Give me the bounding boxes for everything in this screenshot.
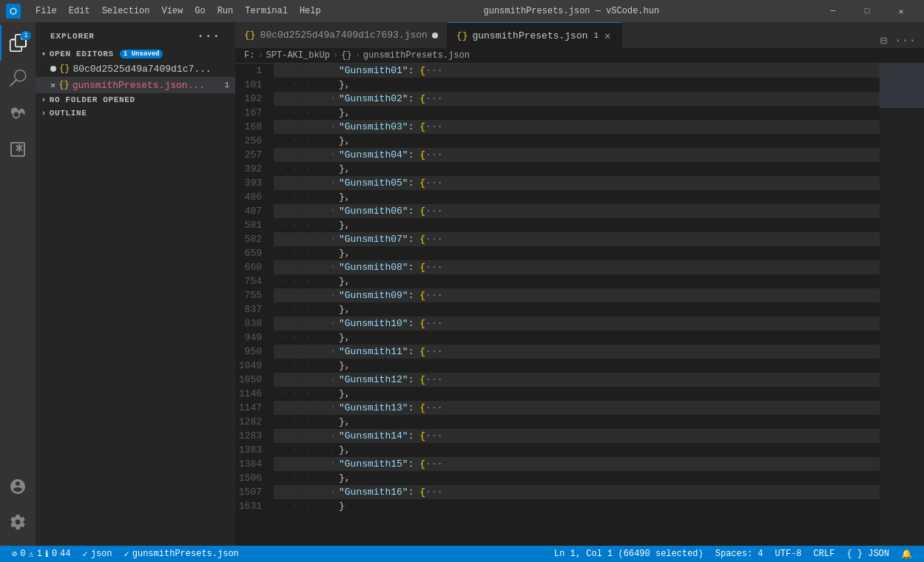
menu-go[interactable]: Go <box>189 4 211 18</box>
status-spaces[interactable]: Spaces: 4 <box>709 546 769 562</box>
breadcrumb-part-3[interactable]: gunsmithPresets.json <box>363 50 470 61</box>
minimize-button[interactable]: ─ <box>816 0 850 22</box>
menu-run[interactable]: Run <box>212 4 240 18</box>
fold-arrow-6[interactable]: › <box>327 149 339 161</box>
status-ln-col[interactable]: Ln 1, Col 1 (66490 selected) <box>548 546 709 562</box>
fold-arrow-10[interactable]: › <box>327 206 339 217</box>
fold-arrow-27[interactable] <box>327 444 339 456</box>
code-line-19[interactable]: · · · · · ·}, <box>274 331 880 345</box>
no-folder-section[interactable]: › No Folder Opened <box>36 93 235 106</box>
code-line-13[interactable]: · · · · · ·}, <box>274 246 880 260</box>
fold-arrow-29[interactable] <box>327 473 339 484</box>
code-content[interactable]: · · · · · ·"Gunsmith01": {···· · · · · ·… <box>274 64 880 546</box>
outline-section[interactable]: › Outline <box>36 106 235 120</box>
breadcrumb-part-1[interactable]: SPT-AKI_bkUp <box>266 50 330 61</box>
status-bell[interactable]: 🔔 <box>895 546 918 562</box>
maximize-button[interactable]: □ <box>850 0 884 22</box>
fold-arrow-17[interactable] <box>327 304 339 316</box>
code-line-26[interactable]: · · · · · ·›"Gunsmith14": {··· <box>274 429 880 443</box>
breadcrumb-part-2[interactable]: {} <box>341 50 351 61</box>
code-line-9[interactable]: · · · · · ·}, <box>274 190 880 204</box>
code-line-27[interactable]: · · · · · ·}, <box>274 443 880 457</box>
fold-arrow-16[interactable]: › <box>327 290 339 302</box>
fold-arrow-1[interactable] <box>327 79 339 91</box>
code-line-30[interactable]: · · · · · ·›"Gunsmith16": {··· <box>274 485 880 499</box>
open-editor-item-1[interactable]: {} 80c0d2525d49a7409d1c7... <box>36 61 235 77</box>
status-encoding[interactable]: UTF-8 <box>769 546 808 562</box>
fold-arrow-7[interactable] <box>327 163 339 175</box>
code-line-14[interactable]: · · · · · ·›"Gunsmith08": {··· <box>274 260 880 274</box>
open-editor-item-2[interactable]: ✕ {} gunsmithPresets.json... 1 <box>36 77 235 93</box>
code-line-2[interactable]: · · · · · ·›"Gunsmith02": {··· <box>274 92 880 106</box>
code-line-29[interactable]: · · · · · ·}, <box>274 471 880 485</box>
fold-arrow-3[interactable] <box>327 107 339 119</box>
fold-arrow-0[interactable] <box>327 65 339 77</box>
minimap[interactable] <box>880 64 924 546</box>
fold-arrow-31[interactable] <box>327 501 339 512</box>
open-editors-section[interactable]: ▾ Open Editors 1 Unsaved <box>36 47 235 61</box>
code-line-15[interactable]: · · · · · ·}, <box>274 274 880 288</box>
code-line-3[interactable]: · · · · · ·}, <box>274 106 880 120</box>
menu-help[interactable]: Help <box>294 4 327 18</box>
menu-view[interactable]: View <box>155 4 189 18</box>
fold-arrow-18[interactable]: › <box>327 318 339 330</box>
code-line-25[interactable]: · · · · · ·}, <box>274 415 880 429</box>
fold-arrow-4[interactable]: › <box>327 121 339 133</box>
code-line-28[interactable]: · · · · · ·›"Gunsmith15": {··· <box>274 457 880 471</box>
fold-arrow-22[interactable]: › <box>327 374 339 386</box>
fold-arrow-28[interactable]: › <box>327 458 339 470</box>
menu-terminal[interactable]: Terminal <box>239 4 294 18</box>
fold-arrow-5[interactable] <box>327 135 339 147</box>
code-line-8[interactable]: · · · · · ·›"Gunsmith05": {··· <box>274 176 880 190</box>
code-line-10[interactable]: · · · · · ·›"Gunsmith06": {··· <box>274 204 880 218</box>
fold-arrow-21[interactable] <box>327 360 339 372</box>
code-line-12[interactable]: · · · · · ·›"Gunsmith07": {··· <box>274 232 880 246</box>
code-line-31[interactable]: · · · · · ·} <box>274 499 880 513</box>
menu-selection[interactable]: Selection <box>96 4 156 18</box>
menu-file[interactable]: File <box>30 4 63 18</box>
fold-arrow-24[interactable]: › <box>327 402 339 414</box>
code-line-20[interactable]: · · · · · ·›"Gunsmith11": {··· <box>274 345 880 359</box>
fold-arrow-30[interactable]: › <box>327 487 339 498</box>
code-line-21[interactable]: · · · · · ·}, <box>274 359 880 373</box>
close-editor-2[interactable]: ✕ <box>50 80 55 91</box>
code-line-0[interactable]: · · · · · ·"Gunsmith01": {··· <box>274 64 880 78</box>
activity-settings[interactable] <box>0 504 36 540</box>
close-button[interactable]: ✕ <box>884 0 918 22</box>
code-line-16[interactable]: · · · · · ·›"Gunsmith09": {··· <box>274 288 880 302</box>
split-editor-button[interactable]: ⊟ <box>878 33 890 48</box>
activity-account[interactable] <box>0 469 36 504</box>
activity-explorer[interactable]: 1 <box>0 25 36 61</box>
activity-source-control[interactable] <box>0 96 36 132</box>
code-line-23[interactable]: · · · · · ·}, <box>274 387 880 401</box>
activity-extensions[interactable] <box>0 132 36 167</box>
code-line-7[interactable]: · · · · · ·}, <box>274 162 880 176</box>
fold-arrow-15[interactable] <box>327 276 339 288</box>
fold-arrow-20[interactable]: › <box>327 346 339 358</box>
breadcrumb-part-0[interactable]: F: <box>244 50 254 61</box>
fold-arrow-8[interactable]: › <box>327 177 339 189</box>
code-line-5[interactable]: · · · · · ·}, <box>274 134 880 148</box>
fold-arrow-2[interactable]: › <box>327 93 339 105</box>
tab-1[interactable]: {} 80c0d2525d49a7409d1c7693.json <box>235 22 448 48</box>
fold-arrow-9[interactable] <box>327 192 339 203</box>
code-line-6[interactable]: · · · · · ·›"Gunsmith04": {··· <box>274 148 880 162</box>
fold-arrow-25[interactable] <box>327 416 339 428</box>
status-type[interactable]: { } JSON <box>840 546 895 562</box>
fold-arrow-12[interactable]: › <box>327 234 339 246</box>
fold-arrow-26[interactable]: › <box>327 430 339 442</box>
tab-close-2[interactable]: ✕ <box>603 30 612 42</box>
tab-2[interactable]: {} gunsmithPresets.json 1 ✕ <box>448 22 622 48</box>
activity-search[interactable] <box>0 61 36 96</box>
fold-arrow-14[interactable]: › <box>327 262 339 274</box>
code-line-17[interactable]: · · · · · ·}, <box>274 302 880 316</box>
code-line-4[interactable]: · · · · · ·›"Gunsmith03": {··· <box>274 120 880 134</box>
more-actions-button[interactable]: ··· <box>892 34 918 47</box>
fold-arrow-23[interactable] <box>327 388 339 400</box>
code-line-24[interactable]: · · · · · ·›"Gunsmith13": {··· <box>274 401 880 415</box>
code-line-18[interactable]: · · · · · ·›"Gunsmith10": {··· <box>274 316 880 331</box>
status-errors[interactable]: ⊘ 0 ⚠ 1 ℹ 0 44 <box>6 546 76 562</box>
code-line-11[interactable]: · · · · · ·}, <box>274 218 880 232</box>
fold-arrow-13[interactable] <box>327 248 339 260</box>
menu-edit[interactable]: Edit <box>63 4 96 18</box>
